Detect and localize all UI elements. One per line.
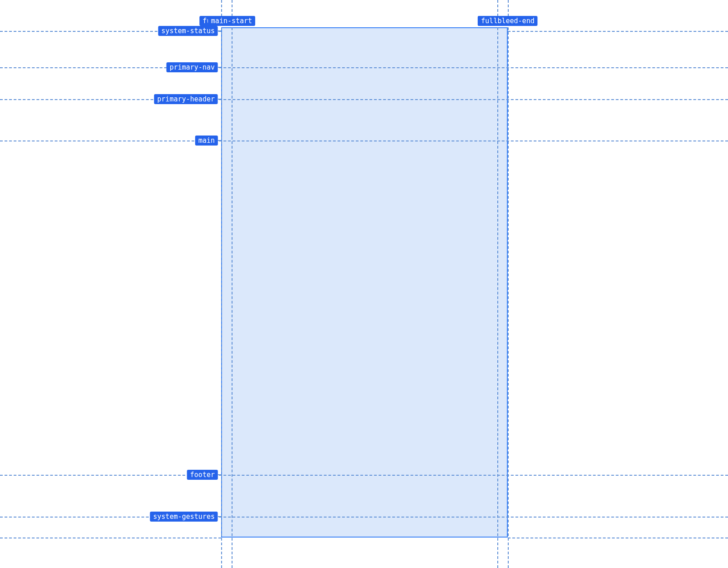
- row-label-primary-nav: primary-nav: [167, 62, 218, 72]
- grid-line-fullbleed-start: [221, 0, 222, 568]
- grid-line-main-start: [232, 0, 233, 568]
- tick-primary-header: [218, 99, 221, 100]
- column-label-main-start: main-start: [208, 16, 255, 26]
- grid-line-bottom: [0, 538, 221, 538]
- tick-main: [218, 140, 221, 141]
- grid-fill-region: [221, 27, 508, 538]
- tick-primary-nav: [218, 67, 221, 68]
- row-label-main: main: [195, 136, 218, 146]
- tick-system-gestures: [218, 516, 221, 517]
- row-label-primary-header: primary-header: [154, 94, 218, 104]
- grid-line-primary-nav: [0, 67, 728, 68]
- row-label-system-status: system-status: [158, 26, 218, 36]
- grid-line-system-status: [508, 31, 728, 32]
- row-label-system-gestures: system-gestures: [150, 512, 218, 522]
- grid-diagram: fullbleed main-start main-end fullbleed-…: [0, 0, 728, 568]
- grid-line-fullbleed-end: [508, 0, 509, 568]
- grid-line-bottom: [508, 538, 728, 538]
- grid-line-main: [0, 141, 728, 141]
- grid-line-system-gestures: [0, 517, 728, 518]
- grid-line-main-end: [497, 0, 498, 568]
- row-label-footer: footer: [187, 470, 218, 480]
- tick-footer: [218, 474, 221, 475]
- tick-system-status: [218, 30, 221, 31]
- grid-line-footer: [0, 475, 728, 476]
- column-label-fullbleed-end: fullbleed-end: [478, 16, 537, 26]
- grid-line-primary-header: [0, 99, 728, 100]
